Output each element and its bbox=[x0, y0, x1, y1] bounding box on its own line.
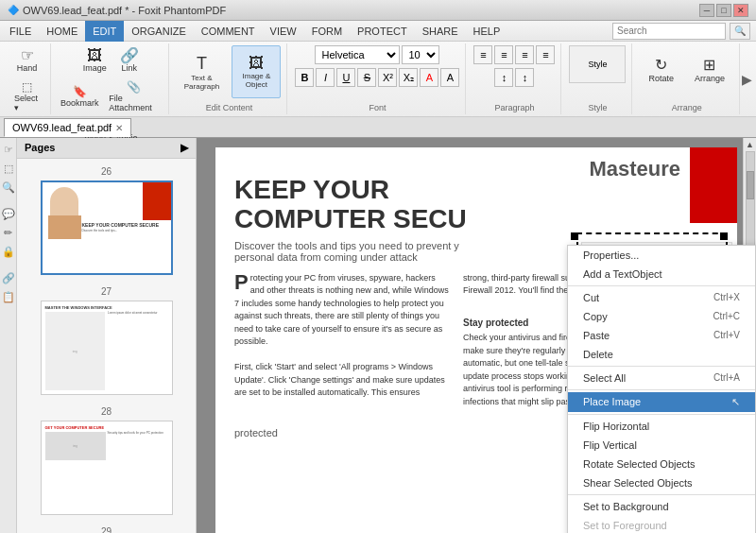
align-justify-button[interactable]: ≡ bbox=[536, 45, 555, 64]
menu-help[interactable]: HELP bbox=[466, 21, 508, 42]
align-left-button[interactable]: ≡ bbox=[473, 45, 492, 64]
image-object-icon: 🖼 bbox=[249, 55, 264, 72]
menu-file[interactable]: FILE bbox=[2, 21, 39, 42]
toolbar-scroll-right[interactable]: ▶ bbox=[742, 43, 752, 114]
zoom-tool-icon[interactable]: 🔍 bbox=[1, 180, 16, 195]
search-input[interactable] bbox=[612, 23, 726, 40]
subscript-button[interactable]: X₂ bbox=[399, 68, 418, 87]
strikethrough-button[interactable]: S bbox=[357, 68, 376, 87]
ctx-add-textobject[interactable]: Add a TextObject bbox=[568, 265, 755, 284]
ctx-rotate-selected[interactable]: Rotate Selected Objects bbox=[568, 455, 755, 473]
tab-main-doc[interactable]: OWV69.lead_feat.pdf ✕ bbox=[4, 118, 131, 137]
ctx-copy[interactable]: Copy Ctrl+C bbox=[568, 307, 755, 326]
toolbar-group-paragraph: ≡ ≡ ≡ ≡ ↕ ↕ Paragraph bbox=[468, 43, 561, 114]
page-preview-28[interactable]: GET YOUR COMPUTER SECURE img Security ti… bbox=[41, 421, 173, 515]
indent-button[interactable]: ↕ bbox=[515, 68, 534, 87]
ctx-sep-2 bbox=[568, 366, 755, 367]
page-thumb-29[interactable]: 29 Lorem ipsum dolor sit amet, consectet… bbox=[25, 526, 188, 533]
menu-home[interactable]: HOME bbox=[39, 21, 85, 42]
link-button[interactable]: 🔗 Link bbox=[115, 45, 144, 76]
bold-button[interactable]: B bbox=[295, 68, 314, 87]
ctx-paste[interactable]: Paste Ctrl+V bbox=[568, 326, 755, 345]
rotate-button[interactable]: ↻ Rotate bbox=[640, 45, 682, 93]
ctx-shear-selected[interactable]: Shear Selected Objects bbox=[568, 473, 755, 492]
link-icon: 🔗 bbox=[120, 48, 139, 63]
image-insert-button[interactable]: 🖼 Image bbox=[78, 45, 112, 76]
scroll-up-button[interactable]: ▲ bbox=[746, 140, 754, 149]
font-highlight-button[interactable]: A bbox=[440, 68, 459, 87]
bookmark-button[interactable]: 🔖 Bookmark bbox=[59, 82, 100, 111]
arrange-button[interactable]: ⊞ Arrange bbox=[686, 45, 733, 93]
align-right-button[interactable]: ≡ bbox=[515, 45, 534, 64]
ctx-properties[interactable]: Properties... bbox=[568, 246, 755, 265]
ctx-flip-horizontal[interactable]: Flip Horizontal bbox=[568, 417, 755, 436]
menu-form[interactable]: FORM bbox=[304, 21, 350, 42]
highlight-tool-icon[interactable]: ✏ bbox=[1, 225, 16, 240]
comment-tool-icon[interactable]: 💬 bbox=[1, 206, 16, 221]
page-num-27: 27 bbox=[101, 286, 112, 297]
body-col1-text: Protecting your PC from viruses, spyware… bbox=[234, 272, 452, 400]
minimize-button[interactable]: ─ bbox=[699, 4, 714, 17]
toolbar-group-font: Helvetica 10 B I U S X² X₂ A A Font bbox=[289, 43, 466, 114]
scrollbar-thumb[interactable] bbox=[747, 171, 754, 199]
attach-icon: 📎 bbox=[127, 80, 141, 94]
toolbar: ☞ Hand ⬚ Select ▾ 🔍 Zoom ▾ 🖼 Image bbox=[0, 42, 756, 117]
ctx-set-foreground[interactable]: Set to Foreground bbox=[568, 516, 755, 533]
panel-header: Pages ▶ bbox=[17, 138, 196, 159]
page-thumb-26[interactable]: 26 KEEP YOUR COMPUTER SECURE Discover th… bbox=[25, 166, 188, 275]
italic-button[interactable]: I bbox=[316, 68, 335, 87]
file-attach-button[interactable]: 📎 File Attachment bbox=[104, 77, 163, 115]
ctx-set-background[interactable]: Set to Background bbox=[568, 497, 755, 516]
pages-container: 26 KEEP YOUR COMPUTER SECURE Discover th… bbox=[17, 159, 196, 533]
select-tool-icon[interactable]: ⬚ bbox=[1, 161, 16, 176]
body-column-left: Protecting your PC from viruses, spyware… bbox=[234, 272, 452, 409]
underline-button[interactable]: U bbox=[336, 68, 355, 87]
page-preview-27[interactable]: MASTER THE WINDOWS INTERFACE img Lorem i… bbox=[41, 301, 173, 395]
page-thumb-27[interactable]: 27 MASTER THE WINDOWS INTERFACE img Lore… bbox=[25, 286, 188, 395]
text-paragraph-button[interactable]: T Text &Paragraph bbox=[177, 45, 226, 98]
line-spacing-button[interactable]: ↕ bbox=[494, 68, 513, 87]
panel-collapse-button[interactable]: ▶ bbox=[180, 142, 188, 154]
image-object-button[interactable]: 🖼 Image &Object bbox=[232, 45, 281, 98]
ctx-cut[interactable]: Cut Ctrl+X bbox=[568, 288, 755, 307]
search-button[interactable]: 🔍 bbox=[730, 23, 750, 40]
style-picker[interactable]: Style bbox=[569, 45, 626, 83]
hand-tool-icon[interactable]: ☞ bbox=[1, 142, 16, 157]
menu-view[interactable]: VIEW bbox=[263, 21, 304, 42]
menu-protect[interactable]: PROTECT bbox=[350, 21, 415, 42]
title-bar-controls[interactable]: ─ □ ✕ bbox=[699, 4, 748, 17]
ctx-flip-vertical[interactable]: Flip Vertical bbox=[568, 436, 755, 455]
font-size-select[interactable]: 10 bbox=[402, 45, 439, 64]
link-tool-icon[interactable]: 🔗 bbox=[1, 270, 16, 285]
tab-label: OWV69.lead_feat.pdf bbox=[12, 122, 112, 133]
hand-icon: ☞ bbox=[21, 48, 34, 63]
hand-tool-button[interactable]: ☞ Hand bbox=[12, 45, 43, 76]
page-preview-26[interactable]: KEEP YOUR COMPUTER SECURE Discover the t… bbox=[41, 181, 173, 275]
menu-edit[interactable]: EDIT bbox=[85, 21, 124, 42]
tab-close-button[interactable]: ✕ bbox=[115, 123, 123, 133]
align-center-button[interactable]: ≡ bbox=[494, 45, 513, 64]
edit-content-label: Edit Content bbox=[206, 103, 253, 112]
left-panel: Pages ▶ 26 KEEP YOUR COMPUTER SECURE bbox=[17, 138, 197, 533]
font-name-select[interactable]: Helvetica bbox=[315, 45, 400, 64]
menu-comment[interactable]: COMMENT bbox=[194, 21, 263, 42]
ctx-select-all[interactable]: Select All Ctrl+A bbox=[568, 369, 755, 387]
arrange-icon: ⊞ bbox=[703, 56, 715, 74]
toolbar-group-edit-content: T Text &Paragraph 🖼 Image &Object Edit C… bbox=[171, 43, 287, 114]
hand-label: Hand bbox=[17, 63, 38, 73]
select-tool-button[interactable]: ⬚ Select ▾ bbox=[9, 77, 44, 115]
superscript-button[interactable]: X² bbox=[378, 68, 397, 87]
menu-organize[interactable]: ORGANIZE bbox=[124, 21, 193, 42]
style-group-label: Style bbox=[588, 103, 607, 112]
left-toolbar: ☞ ⬚ 🔍 💬 ✏ 🔒 🔗 📋 bbox=[0, 138, 17, 533]
ctx-delete[interactable]: Delete bbox=[568, 345, 755, 364]
ctx-place-image[interactable]: Place Image ↖ bbox=[568, 392, 755, 412]
close-button[interactable]: ✕ bbox=[733, 4, 748, 17]
font-color-button[interactable]: A bbox=[420, 68, 438, 87]
form-tool-icon[interactable]: 📋 bbox=[1, 289, 16, 304]
menu-share[interactable]: SHARE bbox=[415, 21, 466, 42]
page-thumb-28[interactable]: 28 GET YOUR COMPUTER SECURE img Security… bbox=[25, 406, 188, 515]
stamp-tool-icon[interactable]: 🔒 bbox=[1, 244, 16, 259]
maximize-button[interactable]: □ bbox=[716, 4, 731, 17]
title-bar: 🔷 OWV69.lead_feat.pdf * - Foxit PhantomP… bbox=[0, 0, 756, 21]
